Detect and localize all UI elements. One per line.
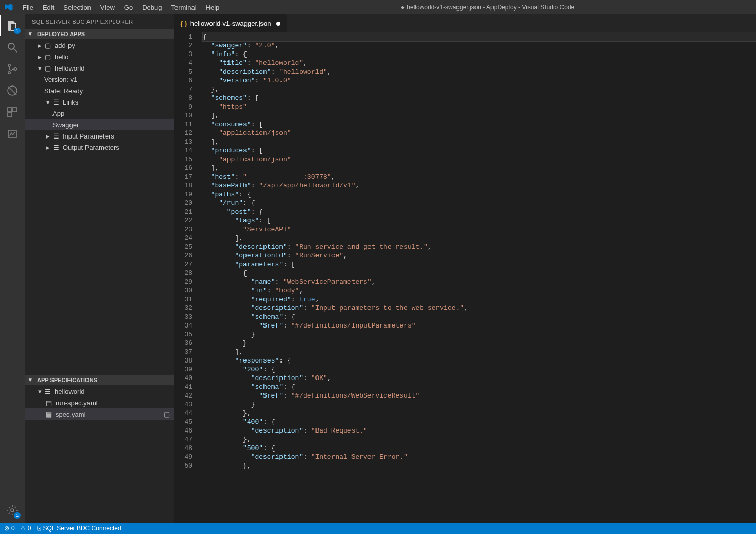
status-bar: ⊗0 ⚠0 ⎘SQL Server BDC Connected — [0, 523, 756, 534]
tree-item-version[interactable]: Version: v1 — [25, 74, 174, 85]
tree-item-hello[interactable]: ▸ ▢ hello — [25, 51, 174, 62]
folder-icon: ☰ — [43, 388, 52, 395]
tree-item-add-py[interactable]: ▸ ▢ add-py — [25, 40, 174, 51]
yaml-file-icon: ▤ — [44, 399, 54, 407]
tree-item-state[interactable]: State: Ready — [25, 85, 174, 96]
error-icon: ⊗ — [4, 525, 9, 532]
status-connection[interactable]: ⎘SQL Server BDC Connected — [37, 525, 121, 532]
tree-item-input-params[interactable]: ▸ ☰ Input Parameters — [25, 130, 174, 142]
svg-line-6 — [8, 87, 16, 95]
chevron-right-icon: ▸ — [44, 144, 51, 151]
tab-filename: helloworld-v1-swagger.json — [190, 20, 271, 27]
section-deployed-apps[interactable]: ▾ DEPLOYED APPS — [25, 29, 174, 39]
link-icon: ⎘ — [37, 525, 41, 532]
activity-extensions-icon[interactable] — [5, 105, 20, 119]
list-icon: ☰ — [51, 132, 61, 140]
svg-point-0 — [8, 43, 14, 49]
editor-tab[interactable]: { } helloworld-v1-swagger.json — [174, 14, 287, 32]
chevron-right-icon: ▸ — [36, 42, 43, 49]
json-file-icon: { } — [180, 20, 187, 27]
tree-item-link-app[interactable]: App — [25, 108, 174, 119]
code-editor[interactable]: 1234567891011121314151617181920212223242… — [174, 32, 756, 523]
activity-sql-icon[interactable] — [5, 127, 20, 141]
modified-dot-icon — [276, 22, 280, 26]
menu-help[interactable]: Help — [202, 2, 224, 13]
svg-point-11 — [11, 509, 14, 512]
menu-bar: File Edit Selection View Go Debug Termin… — [19, 2, 223, 13]
spec-folder-helloworld[interactable]: ▾ ☰ helloworld — [25, 386, 174, 397]
menu-edit[interactable]: Edit — [39, 2, 58, 13]
menu-go[interactable]: Go — [120, 2, 137, 13]
app-icon: ▢ — [43, 53, 52, 61]
app-icon: ▢ — [43, 42, 52, 49]
svg-point-4 — [14, 68, 16, 70]
chevron-down-icon: ▾ — [44, 98, 51, 106]
chevron-right-icon: ▸ — [44, 132, 51, 140]
chevron-down-icon: ▾ — [29, 376, 35, 383]
chevron-down-icon: ▾ — [29, 30, 35, 37]
chevron-down-icon: ▾ — [36, 388, 43, 395]
svg-point-2 — [8, 64, 10, 66]
status-errors[interactable]: ⊗0 ⚠0 — [4, 525, 31, 532]
menu-view[interactable]: View — [96, 2, 119, 13]
tree-item-output-params[interactable]: ▸ ☰ Output Parameters — [25, 142, 174, 153]
activity-settings-icon[interactable]: 1 — [5, 503, 20, 518]
menu-debug[interactable]: Debug — [138, 2, 166, 13]
sidebar: SQL SERVER BDC APP EXPLORER ▾ DEPLOYED A… — [25, 14, 174, 523]
spec-file-spec[interactable]: ▤ spec.yaml ▢ — [25, 408, 174, 420]
yaml-file-icon: ▤ — [44, 410, 54, 418]
section-app-specs[interactable]: ▾ APP SPECIFICATIONS — [25, 375, 174, 385]
code-content[interactable]: { "swagger": "2.0", "info": { "title": "… — [199, 32, 756, 523]
activity-explorer-icon[interactable]: 1 — [5, 19, 20, 33]
menu-file[interactable]: File — [19, 2, 38, 13]
open-file-icon[interactable]: ▢ — [164, 410, 170, 418]
svg-line-1 — [14, 49, 17, 52]
explorer-badge: 1 — [14, 28, 21, 34]
chevron-down-icon: ▾ — [36, 64, 43, 72]
activity-bar: 1 1 — [0, 14, 25, 523]
tree-item-link-swagger[interactable]: Swagger — [25, 119, 174, 130]
warning-icon: ⚠ — [20, 525, 26, 532]
list-icon: ☰ — [51, 144, 61, 151]
sidebar-title: SQL SERVER BDC APP EXPLORER — [25, 14, 174, 29]
tree-item-links[interactable]: ▾ ☰ Links — [25, 96, 174, 108]
tab-bar: { } helloworld-v1-swagger.json — [174, 14, 756, 32]
activity-scm-icon[interactable] — [5, 62, 20, 76]
vscode-logo-icon — [4, 3, 13, 12]
svg-rect-9 — [8, 113, 12, 117]
editor-area: { } helloworld-v1-swagger.json 123456789… — [174, 14, 756, 523]
activity-search-icon[interactable] — [5, 40, 20, 55]
svg-point-3 — [8, 72, 10, 74]
app-icon: ▢ — [43, 64, 52, 72]
tree-item-helloworld[interactable]: ▾ ▢ helloworld — [25, 62, 174, 74]
svg-rect-7 — [8, 108, 12, 112]
line-gutter: 1234567891011121314151617181920212223242… — [174, 32, 199, 523]
chevron-right-icon: ▸ — [36, 53, 43, 61]
list-icon: ☰ — [51, 98, 61, 106]
svg-rect-8 — [13, 108, 17, 112]
titlebar: File Edit Selection View Go Debug Termin… — [0, 0, 756, 14]
menu-selection[interactable]: Selection — [59, 2, 95, 13]
spec-file-run[interactable]: ▤ run-spec.yaml — [25, 397, 174, 408]
activity-debug-icon[interactable] — [5, 83, 20, 98]
menu-terminal[interactable]: Terminal — [167, 2, 200, 13]
window-title: ●helloworld-v1-swagger.json - AppDeploy … — [223, 4, 752, 11]
settings-badge: 1 — [14, 512, 21, 519]
